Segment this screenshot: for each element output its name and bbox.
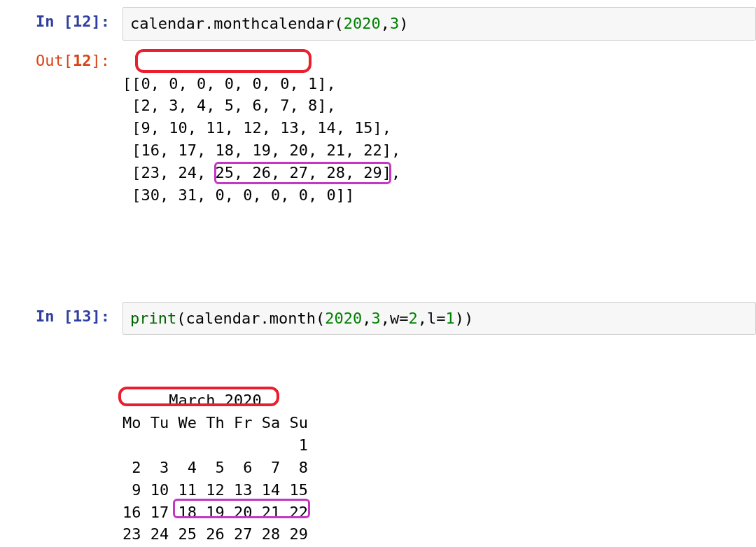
- code-token: ): [464, 310, 473, 327]
- code-token: ): [455, 310, 464, 327]
- prompt-in-label: In [: [36, 307, 73, 325]
- output-prompt-12: Out[12]:: [0, 46, 122, 69]
- input-cell-12: In [12]: calendar.monthcalendar(2020,3): [0, 7, 756, 41]
- output-cell-12: Out[12]: [[0, 0, 0, 0, 0, 0, 1], [2, 3, …: [0, 46, 756, 278]
- prompt-number: 12: [73, 13, 92, 30]
- code-token: monthcalendar: [214, 15, 334, 32]
- prompt-number: 12: [73, 52, 92, 69]
- output-text-13: March 2020 Mo Tu We Th Fr Sa Su 1 2 3 4 …: [122, 340, 756, 547]
- code-token: ,: [381, 310, 390, 327]
- prompt-in-label: In [: [36, 13, 73, 30]
- output-text-12: [[0, 0, 0, 0, 0, 0, 1], [2, 3, 4, 5, 6, …: [122, 46, 756, 278]
- output-cell-13: March 2020 Mo Tu We Th Fr Sa Su 1 2 3 4 …: [0, 340, 756, 547]
- prompt-number: 13: [73, 307, 92, 325]
- input-prompt-13: In [13]:: [0, 302, 122, 325]
- code-token: 3: [390, 15, 399, 32]
- code-input-13[interactable]: print(calendar.month(2020,3,w=2,l=1)): [122, 302, 756, 335]
- code-token: .: [204, 15, 214, 32]
- code-token: ): [399, 15, 408, 32]
- prompt-suffix: ]:: [92, 307, 111, 325]
- code-token: ,: [362, 310, 371, 327]
- prompt-suffix: ]:: [92, 52, 111, 69]
- code-token: .: [260, 310, 269, 327]
- code-token: =: [436, 310, 445, 327]
- code-token: calendar: [186, 310, 260, 327]
- code-token: ,: [381, 15, 390, 32]
- code-token: (: [316, 310, 325, 327]
- code-token: 3: [371, 310, 380, 327]
- code-token: =: [399, 310, 408, 327]
- input-cell-13: In [13]: print(calendar.month(2020,3,w=2…: [0, 302, 756, 335]
- empty-output-prompt: [0, 340, 122, 346]
- input-prompt-12: In [12]:: [0, 7, 122, 30]
- calendar-month-output: March 2020 Mo Tu We Th Fr Sa Su 1 2 3 4 …: [122, 389, 756, 547]
- output-line: [23, 24, 25, 26, 27, 28, 29],: [122, 164, 400, 181]
- output-line: [16, 17, 18, 19, 20, 21, 22],: [122, 141, 400, 159]
- red-highlight-box: [135, 49, 312, 73]
- code-token: 2020: [344, 15, 381, 32]
- code-token: l: [427, 310, 436, 327]
- code-token: w: [390, 310, 399, 327]
- code-token: 2: [408, 310, 417, 327]
- prompt-out-label: Out[: [36, 52, 73, 69]
- code-token: month: [270, 310, 316, 327]
- output-line: [2, 3, 4, 5, 6, 7, 8],: [122, 97, 336, 114]
- code-token: 1: [445, 310, 454, 327]
- code-token: calendar: [130, 15, 204, 32]
- output-line: [[0, 0, 0, 0, 0, 0, 1],: [122, 75, 336, 92]
- code-token: ,: [418, 310, 427, 327]
- cell-spacer: [0, 284, 756, 302]
- code-token: (: [176, 310, 186, 327]
- code-token: print: [130, 310, 176, 327]
- output-line: [9, 10, 11, 12, 13, 14, 15],: [122, 119, 391, 137]
- code-token: 2020: [325, 310, 362, 327]
- output-line: [30, 31, 0, 0, 0, 0, 0]]: [122, 186, 354, 204]
- code-token: (: [334, 15, 343, 32]
- code-input-12[interactable]: calendar.monthcalendar(2020,3): [122, 7, 756, 41]
- prompt-suffix: ]:: [92, 13, 111, 30]
